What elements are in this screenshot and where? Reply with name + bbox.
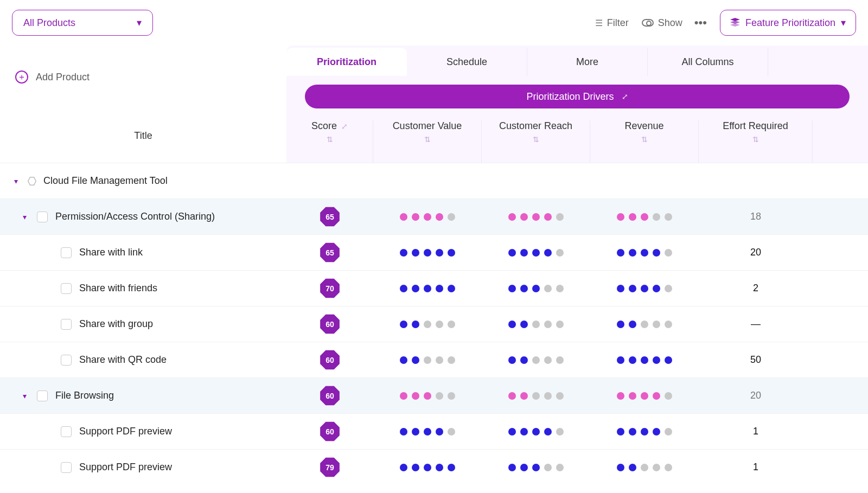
rating-cell[interactable]: [482, 356, 590, 364]
rating-cell[interactable]: [373, 356, 482, 364]
rating-dot: [448, 428, 455, 436]
rating-dot: [400, 392, 407, 400]
tab-all-columns[interactable]: All Columns: [648, 48, 768, 76]
rating-dot: [400, 285, 407, 292]
score-badge: 60: [320, 421, 340, 442]
prioritization-drivers-button[interactable]: Prioritization Drivers ⤢: [305, 85, 850, 108]
rating-cell[interactable]: [373, 428, 482, 436]
rating-dot: [544, 285, 552, 292]
effort-cell[interactable]: 1: [699, 462, 813, 473]
rating-dot: [448, 285, 455, 292]
rating-cell[interactable]: [373, 285, 482, 292]
rating-cell[interactable]: [373, 249, 482, 257]
rating-dot: [448, 392, 455, 400]
effort-cell[interactable]: 1: [699, 426, 813, 437]
rating-dot: [436, 392, 443, 400]
rating-cell[interactable]: [373, 321, 482, 328]
view-select-label: Feature Prioritization: [745, 17, 835, 29]
rating-cell[interactable]: [482, 213, 590, 221]
rating-dot: [629, 321, 636, 328]
chevron-down-icon[interactable]: ▾: [11, 177, 21, 185]
rating-cell[interactable]: [482, 249, 590, 257]
sort-icon[interactable]: ⇅: [327, 135, 333, 144]
more-menu-button[interactable]: •••: [689, 11, 712, 34]
sort-icon[interactable]: ⇅: [533, 135, 539, 144]
row-checkbox[interactable]: [37, 212, 48, 222]
show-button[interactable]: Show: [635, 13, 689, 33]
rating-dot: [629, 213, 636, 221]
col-customer-value[interactable]: Customer Value⇅: [373, 120, 482, 163]
col-customer-reach[interactable]: Customer Reach⇅: [482, 120, 590, 163]
feature-row: Share with link6520: [0, 234, 868, 270]
chevron-down-icon[interactable]: ▾: [20, 213, 29, 221]
plus-circle-icon: ＋: [15, 71, 28, 84]
rating-cell[interactable]: [373, 392, 482, 400]
chevron-down-icon[interactable]: ▾: [20, 392, 29, 400]
row-checkbox[interactable]: [61, 247, 72, 258]
col-revenue[interactable]: Revenue⇅: [590, 120, 699, 163]
rating-cell[interactable]: [482, 321, 590, 328]
effort-cell[interactable]: —: [699, 318, 813, 330]
col-score-label: Score: [311, 120, 337, 132]
filter-button[interactable]: ☰ Filter: [589, 13, 635, 33]
row-title: Permission/Access Control (Sharing): [55, 211, 215, 222]
effort-cell[interactable]: 18: [699, 211, 813, 222]
rating-dot: [629, 285, 636, 292]
rating-dot: [508, 464, 516, 471]
rating-dot: [412, 392, 419, 400]
chevron-down-icon: ▾: [137, 17, 142, 29]
row-checkbox[interactable]: [61, 462, 72, 473]
rating-cell[interactable]: [482, 285, 590, 292]
rating-cell[interactable]: [373, 213, 482, 221]
sort-icon[interactable]: ⇅: [752, 135, 759, 144]
effort-cell[interactable]: 50: [699, 354, 813, 366]
tab-prioritization[interactable]: Prioritization: [286, 48, 407, 76]
tab-more[interactable]: More: [527, 48, 648, 76]
rating-dot: [641, 428, 648, 436]
sort-icon[interactable]: ⇅: [424, 135, 431, 144]
col-title[interactable]: Title: [0, 108, 286, 163]
add-product-button[interactable]: ＋ Add Product: [0, 46, 286, 108]
rating-cell[interactable]: [482, 428, 590, 436]
rating-dot: [436, 285, 443, 292]
rating-cell[interactable]: [373, 464, 482, 471]
feature-row: Support PDF preview791: [0, 449, 868, 485]
rating-cell[interactable]: [590, 213, 699, 221]
effort-cell[interactable]: 20: [699, 390, 813, 401]
col-label: Customer Reach: [499, 120, 572, 132]
rating-dot: [629, 356, 636, 364]
product-select[interactable]: All Products ▾: [12, 10, 153, 36]
rating-cell[interactable]: [590, 356, 699, 364]
show-label: Show: [658, 17, 682, 29]
rating-dot: [665, 321, 672, 328]
view-select[interactable]: Feature Prioritization ▾: [720, 10, 856, 36]
rating-cell[interactable]: [590, 249, 699, 257]
filter-label: Filter: [607, 17, 629, 29]
row-checkbox[interactable]: [61, 355, 72, 366]
rating-dot: [665, 464, 672, 471]
effort-cell[interactable]: 20: [699, 247, 813, 258]
rating-dot: [544, 464, 552, 471]
rating-cell[interactable]: [482, 392, 590, 400]
rating-dot: [532, 285, 540, 292]
rating-dot: [424, 321, 431, 328]
app-root: All Products ▾ ☰ Filter Show ••• Feature…: [0, 0, 868, 493]
row-checkbox[interactable]: [37, 390, 48, 401]
effort-cell[interactable]: 2: [699, 283, 813, 294]
col-score[interactable]: Score ⤢ ⇅: [286, 120, 373, 163]
row-checkbox[interactable]: [61, 283, 72, 294]
rating-cell[interactable]: [590, 285, 699, 292]
rating-cell[interactable]: [590, 392, 699, 400]
tab-schedule[interactable]: Schedule: [407, 48, 527, 76]
row-checkbox[interactable]: [61, 319, 72, 330]
score-cell: 60: [286, 350, 373, 370]
rating-dot: [556, 249, 564, 257]
rating-cell[interactable]: [590, 464, 699, 471]
rating-cell[interactable]: [482, 464, 590, 471]
row-checkbox[interactable]: [61, 426, 72, 437]
sort-icon[interactable]: ⇅: [641, 135, 648, 144]
rating-cell[interactable]: [590, 321, 699, 328]
rating-cell[interactable]: [590, 428, 699, 436]
col-effort[interactable]: Effort Required ⇅: [699, 120, 813, 163]
rating-dot: [641, 321, 648, 328]
